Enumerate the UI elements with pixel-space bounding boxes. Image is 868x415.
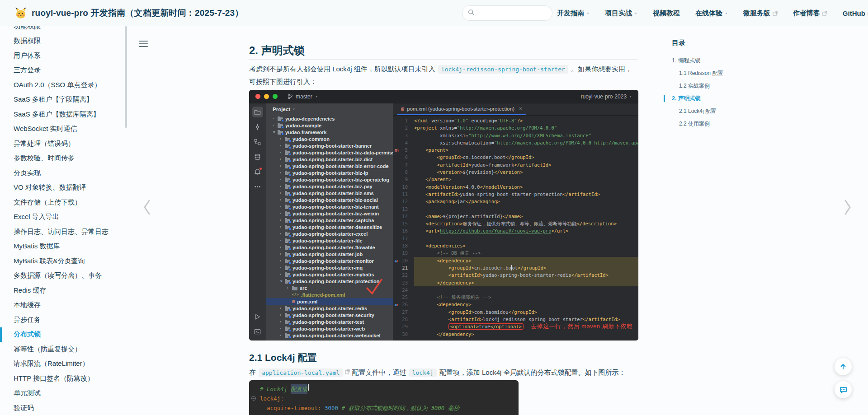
- tree-item-icon: [285, 245, 290, 250]
- sidebar-item-label: 幂等性（防重复提交）: [14, 345, 81, 354]
- nav-link[interactable]: 项目实战 ▼: [605, 9, 637, 18]
- sidebar-item[interactable]: 请求限流（RateLimiter）: [0, 357, 131, 372]
- maven-change-gutter-icon: m↑: [395, 147, 399, 154]
- ide-project-panel: Project ▼ › yudao-dependencies ›: [266, 103, 393, 340]
- sidebar-item[interactable]: 幂等性（防重复提交）: [0, 342, 131, 357]
- sidebar-item[interactable]: 多数据源（读写分离）、事务: [0, 269, 131, 284]
- toc-item[interactable]: 1.2 实战案例: [672, 79, 764, 92]
- sidebar-item[interactable]: 数据权限: [0, 34, 131, 49]
- nav-link[interactable]: 微服务版: [743, 9, 778, 18]
- back-to-top-button[interactable]: [835, 358, 852, 375]
- toc-divider: [672, 53, 753, 53]
- sidebar-item[interactable]: Redis 缓存: [0, 283, 131, 298]
- sidebar-item[interactable]: SaaS 多租户【数据库隔离】: [0, 107, 131, 122]
- tree-expand-arrow: ›: [280, 272, 285, 276]
- feedback-chat-button[interactable]: [835, 381, 852, 398]
- inline-code-link[interactable]: application-local.yaml: [259, 368, 343, 377]
- toc-item-label: 1. 编程式锁: [672, 57, 701, 65]
- tree-item-label: yudao-spring-boot-starter-biz-weixin: [292, 211, 379, 216]
- nav-link[interactable]: 作者博客: [793, 9, 827, 18]
- more-tools-icon: [252, 181, 263, 192]
- sidebar-item[interactable]: Excel 导入导出: [0, 210, 131, 225]
- tree-item-icon: [285, 259, 290, 263]
- next-page-arrow[interactable]: [843, 198, 853, 217]
- sidebar-item[interactable]: 用户体系: [0, 48, 131, 63]
- sidebar-scrollbar[interactable]: [125, 26, 127, 128]
- tree-item: › yudao-spring-boot-starter-web: [266, 325, 393, 332]
- nav-link[interactable]: 视频教程: [653, 9, 680, 18]
- sidebar-item[interactable]: OAuth 2.0（SSO 单点登录）: [0, 78, 131, 93]
- sidebar-item[interactable]: 操作日志、访问日志、异常日志: [0, 224, 131, 239]
- sidebar-item[interactable]: 本地缓存: [0, 298, 131, 313]
- project-panel-title: Project: [273, 107, 290, 112]
- tree-item-label: yudao-spring-boot-starter-security: [292, 312, 374, 318]
- sidebar-item[interactable]: WebSocket 实时通信: [0, 122, 131, 137]
- tree-expand-arrow: ∨: [280, 279, 285, 283]
- red-box-annotation: <optional>true</optional>: [448, 323, 524, 330]
- toc-hamburger-icon[interactable]: [139, 41, 148, 47]
- toc-item[interactable]: 2.2 使用案例: [672, 117, 764, 130]
- sidebar-item[interactable]: 验证码: [0, 401, 131, 415]
- toc-item[interactable]: 2. 声明式锁: [672, 92, 764, 105]
- sidebar-item[interactable]: 异步任务: [0, 312, 131, 327]
- sidebar-item[interactable]: 文件存储（上传下载）: [0, 195, 131, 210]
- sidebar-item-label: 请求限流（RateLimiter）: [14, 359, 89, 368]
- sidebar-item[interactable]: MyBatis 联表&分页查询: [0, 254, 131, 269]
- nav-link-label: 视频教程: [653, 9, 680, 18]
- nav-link[interactable]: GitHub: [843, 9, 868, 17]
- toc-item[interactable]: 1.1 Redisson 配置: [672, 67, 764, 79]
- toc-item[interactable]: 1. 编程式锁: [672, 54, 764, 67]
- tree-item-label: yudao-spring-boot-starter-excel: [292, 231, 368, 237]
- sidebar-item[interactable]: HTTP 接口签名（防篡改）: [0, 371, 131, 386]
- sidebar-item[interactable]: VO 对象转换、数据翻译: [0, 181, 131, 196]
- run-configuration-selector: ruoyi-vue-pro-2023 ▼: [581, 93, 632, 100]
- tree-item-label: yudao-spring-boot-starter-websocket: [292, 333, 381, 338]
- external-link-icon: [822, 9, 827, 17]
- sidebar-item[interactable]: 三方登录: [0, 63, 131, 78]
- toc-item[interactable]: 2.1 Lock4j 配置: [672, 105, 764, 117]
- code-line: 24: [393, 286, 638, 294]
- tree-item-icon: [285, 272, 290, 277]
- tree-item: › yudao-spring-boot-starter-monitor: [266, 257, 393, 264]
- tree-item-label: yudao-spring-boot-starter-biz-error-code: [292, 163, 389, 169]
- sidebar-item[interactable]: 分布式锁: [0, 327, 131, 342]
- sidebar-item[interactable]: 单元测试: [0, 386, 131, 401]
- search-input[interactable]: [478, 10, 546, 17]
- code-line: 16 <url>https://github.com/YunaiV/ruoyi-…: [393, 227, 638, 234]
- sidebar-item[interactable]: SaaS 多租户【字段隔离】: [0, 93, 131, 107]
- sidebar-item[interactable]: 分页实现: [0, 166, 131, 181]
- code-line: 23 </dependency>: [393, 279, 638, 286]
- yaml-line: −lock4j:: [249, 394, 519, 403]
- yaml-config-image[interactable]: # Lock4j 配置项−lock4j: acquire-timeout: 30…: [249, 380, 519, 415]
- chevron-down-icon: ▼: [586, 12, 590, 15]
- notifications-bell-icon: [252, 166, 263, 177]
- sidebar-item[interactable]: 参数校验、时间传参: [0, 151, 131, 166]
- ide-screenshot-image[interactable]: master ▼ ruoyi-vue-pro-2023 ▼: [249, 90, 638, 340]
- site-logo-pikachu-icon[interactable]: [14, 7, 27, 19]
- code-line: 5m↑ <parent>: [393, 146, 638, 154]
- prev-page-arrow[interactable]: [142, 198, 152, 217]
- tree-item-label: .flattened-pom.xml: [301, 292, 345, 298]
- tree-item: › yudao-spring-boot-starter-desensitize: [266, 224, 393, 230]
- nav-link[interactable]: 开发指南 ▼: [557, 9, 590, 18]
- tree-item-icon: [285, 177, 290, 182]
- branch-name: master: [296, 93, 312, 100]
- tree-expand-arrow: ›: [280, 225, 285, 229]
- sidebar-item[interactable]: MyBatis 数据库: [0, 239, 131, 254]
- code-line: 25 <!-- 服务保障相关 -->: [393, 294, 638, 301]
- tree-item: › yudao-spring-boot-starter-biz-pay: [266, 183, 393, 190]
- tree-item-label: yudao-spring-boot-starter-biz-tenant: [292, 204, 379, 210]
- sidebar-item-label: OAuth 2.0（SSO 单点登录）: [14, 81, 101, 89]
- code-line: 4 xsi:schemaLocation="http://maven.apach…: [393, 139, 638, 146]
- sidebar-item[interactable]: 异常处理（错误码）: [0, 136, 131, 151]
- nav-link[interactable]: 在线体验 ▼: [695, 9, 728, 18]
- project-panel-header: Project ▼: [266, 103, 393, 115]
- tree-expand-arrow: ›: [280, 198, 285, 202]
- search-box[interactable]: [462, 5, 552, 21]
- tree-expand-arrow: ›: [280, 259, 285, 263]
- tree-item: › yudao-spring-boot-starter-biz-data-per…: [266, 149, 393, 156]
- editor-tab-label: pom.xml (yudao-spring-boot-starter-prote…: [407, 106, 514, 112]
- sidebar-item[interactable]: 功能权限: [0, 26, 131, 34]
- section2-paragraph: 考虑到不是所有人都会使用 Lock4j 组件，所以默认项目未引入 lock4j-…: [249, 63, 638, 88]
- chevron-down-icon: ▼: [292, 108, 295, 111]
